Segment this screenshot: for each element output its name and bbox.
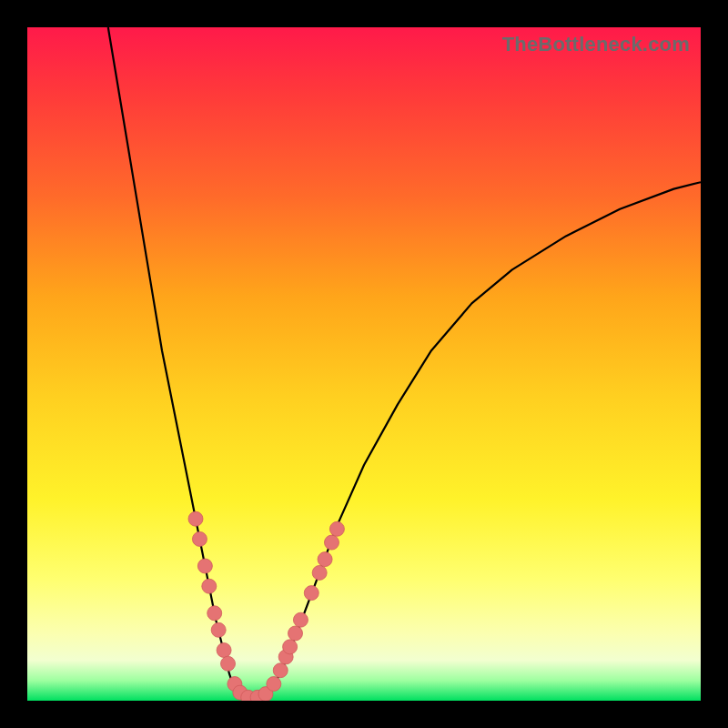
data-point	[217, 643, 231, 658]
bottleneck-curve	[108, 27, 701, 699]
data-point	[288, 626, 303, 641]
data-point	[211, 622, 226, 637]
data-point	[207, 606, 222, 621]
data-point	[324, 535, 339, 550]
data-point	[293, 612, 308, 627]
data-point	[273, 663, 288, 678]
plot-area: TheBottleneck.com	[27, 27, 701, 701]
data-point	[267, 677, 281, 692]
data-point	[188, 511, 203, 526]
data-point	[221, 656, 236, 671]
marker-group	[188, 511, 344, 701]
data-point	[202, 579, 217, 593]
data-point	[283, 640, 298, 654]
curve-group	[108, 27, 701, 699]
data-point	[192, 531, 207, 546]
chart-svg	[27, 27, 701, 701]
data-point	[318, 552, 332, 567]
data-point	[197, 559, 212, 573]
data-point	[312, 565, 327, 580]
data-point	[329, 521, 344, 536]
data-point	[304, 586, 318, 601]
chart-stage: TheBottleneck.com	[0, 0, 728, 728]
